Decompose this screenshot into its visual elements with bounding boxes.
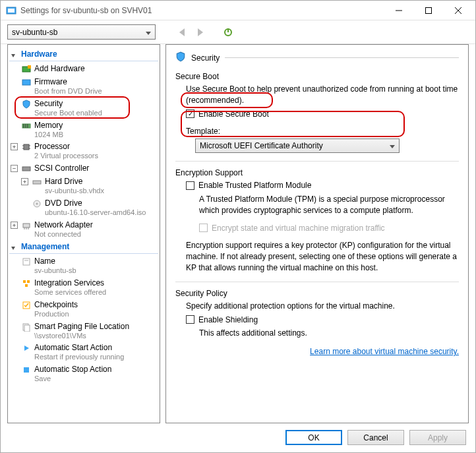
titlebar: Settings for sv-ubuntu-sb on SVHV01 xyxy=(1,1,475,20)
memory-icon xyxy=(21,121,32,131)
svg-rect-28 xyxy=(23,224,30,227)
autostart-icon xyxy=(21,343,32,353)
collapse-icon[interactable] xyxy=(11,51,17,60)
nav-back-button[interactable] xyxy=(174,24,190,40)
encryption-header: Encryption Support xyxy=(175,168,459,177)
expand-icon[interactable]: + xyxy=(21,178,28,185)
svg-marker-43 xyxy=(390,145,395,148)
template-label: Template: xyxy=(186,126,459,137)
app-icon xyxy=(6,5,16,16)
svg-point-27 xyxy=(36,202,38,204)
ok-button[interactable]: OK xyxy=(285,430,342,445)
svg-rect-24 xyxy=(22,167,30,171)
enable-tpm-label: Enable Trusted Platform Module xyxy=(198,180,311,191)
sidebar-item-processor[interactable]: + Processor2 Virtual processors xyxy=(9,140,158,162)
maximize-button[interactable] xyxy=(413,1,443,20)
firmware-icon xyxy=(21,77,32,88)
expand-icon[interactable]: + xyxy=(11,222,18,229)
management-section-header[interactable]: Management xyxy=(9,240,158,254)
svg-rect-35 xyxy=(23,280,26,283)
processor-icon xyxy=(21,142,32,152)
sidebar-item-hard-drive[interactable]: + Hard Drivesv-ubuntu-sb.vhdx xyxy=(9,175,158,197)
paging-icon xyxy=(21,322,32,332)
nav-forward-button[interactable] xyxy=(193,24,208,40)
add-hardware-icon xyxy=(21,64,32,75)
toolbar: sv-ubuntu-sb xyxy=(1,20,475,44)
sidebar-item-network[interactable]: + Network AdapterNot connected xyxy=(9,219,158,241)
svg-rect-25 xyxy=(33,181,41,184)
svg-marker-6 xyxy=(146,32,151,35)
sidebar-item-smart-paging[interactable]: Smart Paging File Location\\svstore01\VM… xyxy=(9,320,158,342)
chevron-down-icon xyxy=(390,140,395,152)
svg-rect-1 xyxy=(8,9,15,13)
svg-marker-32 xyxy=(11,247,15,250)
svg-rect-36 xyxy=(27,280,30,283)
svg-rect-3 xyxy=(425,7,431,13)
footer: OK Cancel Apply xyxy=(1,423,475,452)
dvd-icon xyxy=(32,198,42,209)
encrypt-state-label: Encrypt state and virtual machine migrat… xyxy=(212,223,385,234)
enable-secure-boot-checkbox[interactable]: ✓ xyxy=(186,109,194,118)
enable-secure-boot-label: Enable Secure Boot xyxy=(198,109,269,120)
sidebar-item-firmware[interactable]: FirmwareBoot from DVD Drive xyxy=(9,76,158,98)
sidebar-item-integration[interactable]: Integration ServicesSome services offere… xyxy=(9,277,158,299)
autostop-icon xyxy=(21,365,32,375)
svg-marker-7 xyxy=(179,28,185,36)
sidebar-item-auto-stop[interactable]: Automatic Stop ActionSave xyxy=(9,363,158,385)
svg-rect-37 xyxy=(25,284,28,287)
sidebar-item-dvd-drive[interactable]: DVD Driveubuntu-16.10-server-amd64.iso xyxy=(9,197,158,219)
sidebar: Hardware Add Hardware FirmwareBoot from … xyxy=(7,44,160,423)
minimize-button[interactable] xyxy=(384,1,413,20)
hard-drive-icon xyxy=(32,177,42,187)
enable-shielding-checkbox[interactable] xyxy=(186,315,194,324)
integration-icon xyxy=(21,278,32,289)
learn-more-link[interactable]: Learn more about virtual machine securit… xyxy=(175,347,459,356)
hardware-section-header[interactable]: Hardware xyxy=(9,47,158,61)
policy-header: Security Policy xyxy=(175,289,459,298)
cancel-button[interactable]: Cancel xyxy=(347,430,404,445)
svg-rect-13 xyxy=(28,65,31,69)
encrypt-state-checkbox xyxy=(199,224,208,232)
svg-marker-11 xyxy=(11,54,15,57)
sidebar-item-scsi[interactable]: − SCSI Controller xyxy=(9,162,158,175)
scsi-icon xyxy=(21,164,32,174)
template-value: Microsoft UEFI Certificate Authority xyxy=(200,140,323,152)
tpm-desc: A Trusted Platform Module (TPM) is a spe… xyxy=(186,194,459,216)
shield-icon xyxy=(175,51,186,64)
collapse-icon[interactable]: − xyxy=(11,165,18,172)
svg-rect-14 xyxy=(22,80,30,85)
svg-rect-19 xyxy=(24,144,29,150)
name-icon xyxy=(21,257,32,267)
svg-rect-33 xyxy=(23,258,30,265)
kp-desc: Encryption support requires a key protec… xyxy=(186,240,459,273)
panel-title: Security xyxy=(175,51,459,64)
policy-desc: Specify additional protection options fo… xyxy=(186,301,459,312)
window-title: Settings for sv-ubuntu-sb on SVHV01 xyxy=(20,6,384,15)
apply-button: Apply xyxy=(409,430,466,445)
network-icon xyxy=(21,220,32,231)
svg-rect-42 xyxy=(24,367,29,373)
secure-boot-desc: Use Secure Boot to help prevent unauthor… xyxy=(186,84,459,106)
svg-marker-41 xyxy=(24,346,29,351)
secure-boot-header: Secure Boot xyxy=(175,72,459,81)
svg-marker-8 xyxy=(198,28,203,36)
close-button[interactable] xyxy=(443,1,473,20)
enable-tpm-checkbox[interactable] xyxy=(186,181,194,190)
checkpoints-icon xyxy=(21,300,32,311)
vm-dropdown[interactable]: sv-ubuntu-sb xyxy=(7,24,156,40)
expand-icon[interactable]: + xyxy=(11,143,18,150)
template-dropdown[interactable]: Microsoft UEFI Certificate Authority xyxy=(195,138,400,153)
enable-shielding-label: Enable Shielding xyxy=(198,315,258,326)
sidebar-item-memory[interactable]: Memory1024 MB xyxy=(9,119,158,141)
shielding-desc: This affects additional settings. xyxy=(186,328,459,339)
sidebar-item-security[interactable]: SecuritySecure Boot enabled xyxy=(9,98,158,119)
sidebar-item-add-hardware[interactable]: Add Hardware xyxy=(9,63,158,76)
sidebar-item-name[interactable]: Namesv-ubuntu-sb xyxy=(9,255,158,277)
chevron-down-icon xyxy=(146,28,151,37)
sidebar-item-checkpoints[interactable]: CheckpointsProduction xyxy=(9,299,158,320)
power-button[interactable] xyxy=(220,24,236,40)
svg-rect-40 xyxy=(24,325,30,332)
content-panel: Security Secure Boot Use Secure Boot to … xyxy=(165,44,469,423)
sidebar-item-auto-start[interactable]: Automatic Start ActionRestart if previou… xyxy=(9,342,158,363)
collapse-icon[interactable] xyxy=(11,243,17,253)
